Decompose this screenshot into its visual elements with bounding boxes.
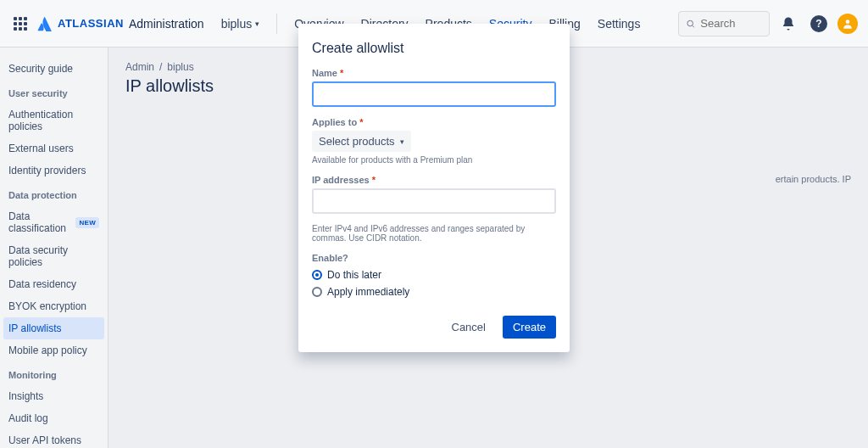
radio-do-this-later[interactable]: Do this later: [312, 266, 556, 283]
radio-unchecked-icon: [312, 287, 322, 297]
modal-title: Create allowlist: [312, 41, 556, 56]
applies-select-value: Select products: [319, 135, 395, 148]
applies-label: Applies to *: [312, 117, 556, 127]
cancel-button[interactable]: Cancel: [442, 316, 496, 339]
radio-checked-icon: [312, 270, 322, 280]
radio-apply-immediately[interactable]: Apply immediately: [312, 283, 556, 300]
modal-overlay: Create allowlist Name * Applies to * Sel…: [0, 0, 868, 448]
chevron-down-icon: ▾: [400, 137, 404, 146]
enable-radio-group: Do this later Apply immediately: [312, 266, 556, 300]
name-input[interactable]: [312, 81, 556, 107]
ip-label: IP addresses *: [312, 175, 556, 185]
ip-help-text: Enter IPv4 and IPv6 addresses and ranges…: [312, 224, 556, 243]
create-button[interactable]: Create: [503, 316, 556, 339]
applies-help-text: Available for products with a Premium pl…: [312, 155, 556, 165]
applies-select[interactable]: Select products ▾: [312, 131, 411, 152]
ip-addresses-input[interactable]: [312, 188, 556, 214]
enable-label: Enable?: [312, 253, 556, 263]
name-label: Name *: [312, 68, 556, 78]
modal-footer: Cancel Create: [312, 316, 556, 339]
create-allowlist-modal: Create allowlist Name * Applies to * Sel…: [298, 24, 570, 352]
